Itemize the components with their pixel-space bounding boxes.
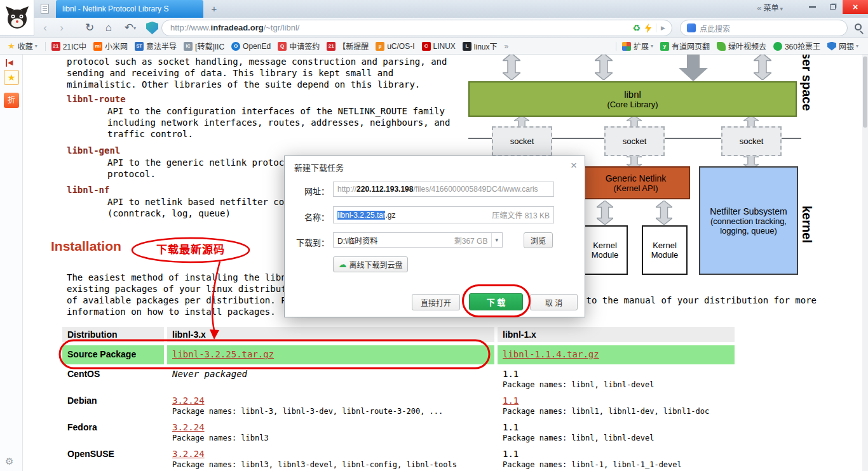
chevrons-icon: «: [757, 3, 761, 13]
undo-button[interactable]: ↶▾: [122, 18, 139, 38]
bookmark-label: 360抢票王: [785, 41, 820, 51]
bookmarks-overflow-button[interactable]: »: [505, 42, 509, 51]
download-button[interactable]: 下 载: [469, 293, 523, 310]
user-space-label: user space: [799, 55, 814, 111]
version-link[interactable]: 1.1: [503, 395, 519, 406]
libnl1-source-link[interactable]: libnl-1.1.4.tar.gz: [503, 349, 599, 359]
selected-text: libnl-3.2.25.tar: [337, 211, 385, 220]
chevron-down-icon: ▾: [35, 43, 37, 49]
vertical-scrollbar[interactable]: [862, 55, 868, 471]
destination-label: 下载到：: [285, 236, 329, 248]
leaf-icon: [717, 42, 726, 51]
tab-bar: libnl - Netlink Protocol Library S + «菜单…: [0, 0, 868, 18]
new-tab-button[interactable]: +: [207, 3, 221, 15]
restore-button[interactable]: [822, 0, 843, 14]
col-header-libnl1: libnl-1.x: [498, 327, 735, 342]
version-link[interactable]: 3.2.24: [172, 422, 205, 432]
divider: [616, 42, 616, 51]
side-toolbar: ◀ ★ 折 ⚙: [0, 55, 23, 471]
bookmark-favorites[interactable]: ★ 收藏 ▾: [5, 39, 40, 53]
favicon-sign: Q: [278, 42, 287, 51]
chevron-down-icon: ▾: [856, 43, 858, 49]
favicon-st: ST: [135, 42, 144, 51]
favorites-panel-button[interactable]: ★: [4, 70, 19, 85]
go-icon[interactable]: ▶: [661, 20, 665, 36]
close-window-button[interactable]: ×: [843, 0, 868, 14]
gear-icon[interactable]: ⚙: [5, 456, 13, 467]
back-button[interactable]: ‹: [38, 18, 52, 38]
minimize-button[interactable]: [802, 0, 822, 14]
bookmark-opened[interactable]: OOpenEd: [229, 41, 273, 52]
dialog-title: 新建下载任务: [294, 161, 344, 173]
restore-icon: [830, 4, 836, 10]
kernel-module-box: Kernel Module: [582, 225, 628, 275]
forward-button[interactable]: ›: [55, 18, 69, 38]
bookmark-notice[interactable]: 21【新提醒: [324, 39, 371, 53]
bookmark-ucos[interactable]: µuC/OS-I: [373, 41, 417, 52]
cloud-download-button[interactable]: ☁ 离线下载到云盘: [333, 256, 408, 272]
undo-icon: ↶: [125, 22, 133, 34]
scrollbar-thumb[interactable]: [863, 56, 867, 128]
libnl-core-box: libnl (Core Library): [468, 81, 797, 117]
page-icon[interactable]: [41, 4, 49, 14]
download-dialog: 新建下载任务 × 网址： http://220.112.193.198/file…: [284, 156, 585, 317]
url-label: 网址：: [285, 185, 329, 197]
search-input[interactable]: 点此搜索: [680, 20, 848, 36]
url-scheme: http://www.: [170, 23, 211, 32]
browser-tab[interactable]: libnl - Netlink Protocol Library S: [56, 0, 203, 18]
installation-heading: Installation: [51, 239, 121, 254]
libnl3-source-link[interactable]: libnl-3.2.25.tar.gz: [172, 349, 274, 359]
search-button[interactable]: [855, 23, 862, 30]
table-row-fedora: Fedora 3.2.24 Package names: libnl3 1.1 …: [62, 421, 735, 444]
cat-mascot-icon: [4, 5, 30, 30]
browse-button[interactable]: 浏览: [524, 232, 553, 248]
dialog-close-icon[interactable]: ×: [571, 159, 577, 172]
recycle-icon[interactable]: ♻: [633, 20, 641, 36]
double-arrow-icon: [503, 55, 520, 83]
bookmark-iic[interactable]: IC[转载]IIC: [181, 39, 227, 53]
bookmark-360[interactable]: 360抢票王: [771, 39, 823, 53]
collapse-panel-button[interactable]: ◀: [6, 58, 13, 67]
open-directly-button[interactable]: 直接打开: [412, 294, 460, 310]
url-path: /~tgr/libnl/: [264, 23, 300, 32]
bookmark-linux-c[interactable]: CLINUX: [419, 41, 458, 52]
star-icon: ★: [8, 41, 15, 51]
bookmark-sign[interactable]: Q申请签约: [275, 39, 322, 53]
double-arrow-icon: [597, 201, 613, 227]
bookmark-21ic[interactable]: 2121IC中: [49, 39, 89, 53]
extensions-button[interactable]: 扩展▾: [620, 39, 656, 53]
discount-panel-button[interactable]: 折: [4, 93, 19, 108]
refresh-button[interactable]: ↻: [83, 18, 97, 38]
bookmark-label: 网银: [839, 41, 854, 51]
address-bar[interactable]: http://www.infradead.org/~tgr/libnl/ ♻ ▶: [161, 20, 672, 36]
col-header-distribution: Distribution: [62, 327, 164, 342]
bookmarks-bar: ★ 收藏 ▾ 2121IC中 mi小米网 ST意法半导 IC[转载]IIC OO…: [0, 38, 868, 55]
socket-box: socket: [604, 126, 665, 156]
chevron-down-icon[interactable]: ▾: [491, 233, 498, 247]
table-header-row: Distribution libnl-3.x libnl-1.x: [62, 327, 735, 342]
ebank-button[interactable]: 网银▾: [825, 39, 861, 53]
url-host: infradead.org: [211, 23, 264, 32]
bookmark-linux[interactable]: Llinux下: [460, 39, 500, 53]
cancel-button[interactable]: 取 消: [530, 294, 578, 310]
col-header-libnl3: libnl-3.x: [167, 327, 494, 342]
version-link[interactable]: 3.2.24: [172, 395, 205, 406]
file-name-field[interactable]: libnl-3.2.25.tar.gz 压缩文件 813 KB: [333, 206, 554, 223]
home-button[interactable]: ⌂: [102, 18, 116, 38]
chevron-down-icon: ▾: [133, 25, 136, 31]
annotation-download-latest: 下载最新源码: [133, 240, 248, 260]
menu-button[interactable]: «菜单▾: [757, 0, 783, 17]
socket-box: socket: [721, 126, 782, 156]
kernel-module-box: Kernel Module: [642, 225, 688, 275]
bookmark-youdao[interactable]: y有道网页翻: [658, 39, 712, 53]
bookmark-xiaomi[interactable]: mi小米网: [91, 39, 130, 53]
lightning-icon[interactable]: [645, 23, 651, 33]
security-shield-icon[interactable]: [146, 22, 158, 34]
destination-field[interactable]: D:\临时资料 剩367 GB ▾: [333, 232, 503, 248]
version-link[interactable]: 3.2.24: [172, 449, 205, 459]
divider: [656, 23, 656, 32]
bookmark-greenleaf[interactable]: 绿叶视频去: [714, 39, 769, 53]
download-url-field[interactable]: http://220.112.193.198/files/41660000058…: [333, 182, 554, 197]
browser-logo[interactable]: [0, 0, 34, 36]
bookmark-st[interactable]: ST意法半导: [132, 39, 179, 53]
